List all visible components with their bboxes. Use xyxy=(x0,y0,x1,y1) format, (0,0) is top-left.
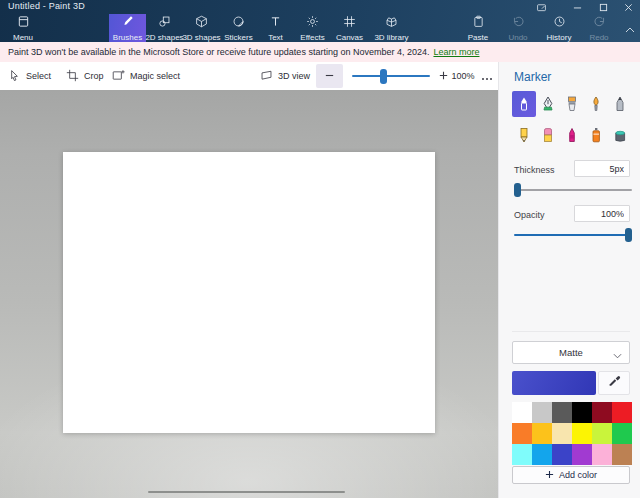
thickness-input[interactable] xyxy=(574,160,630,177)
tab-2d-shapes[interactable]: 2D shapes xyxy=(146,14,183,42)
zoom-slider-thumb[interactable] xyxy=(380,69,387,84)
horizontal-scrollbar[interactable] xyxy=(148,491,345,493)
add-color-button[interactable]: Add color xyxy=(512,466,630,484)
brush-icon xyxy=(121,14,134,32)
brush-grid xyxy=(512,91,632,148)
zoom-out-button[interactable] xyxy=(316,64,343,88)
magic-select-button[interactable]: Magic select xyxy=(112,62,180,90)
tab-label: Text xyxy=(268,33,283,42)
magic-select-icon xyxy=(112,69,125,84)
zoom-level[interactable]: 100% xyxy=(449,62,477,90)
palette-swatch[interactable] xyxy=(592,423,612,444)
brush-calligraphy-pen[interactable] xyxy=(536,91,560,117)
crayon-icon xyxy=(563,126,581,144)
paste-icon xyxy=(472,14,485,32)
pixel-pen-icon xyxy=(611,95,629,113)
color-picker-button[interactable] xyxy=(598,371,630,395)
tab-text[interactable]: Text xyxy=(257,14,294,42)
brush-oil-brush[interactable] xyxy=(560,91,584,117)
drawing-canvas[interactable] xyxy=(63,152,435,433)
brush-eraser[interactable] xyxy=(536,122,560,148)
notification-text: Paint 3D won't be available in the Micro… xyxy=(8,47,429,57)
select-label: Select xyxy=(26,71,51,81)
palette-swatch[interactable] xyxy=(572,423,592,444)
palette-swatch[interactable] xyxy=(532,423,552,444)
opacity-slider[interactable] xyxy=(514,228,632,242)
plus-icon xyxy=(438,67,449,85)
chevron-up-icon xyxy=(625,19,635,37)
brush-watercolour[interactable] xyxy=(584,91,608,117)
brush-fill[interactable] xyxy=(608,122,632,148)
undo-button: Undo xyxy=(498,14,538,42)
opacity-input[interactable] xyxy=(574,205,630,222)
palette-swatch[interactable] xyxy=(612,444,632,465)
more-options-button[interactable] xyxy=(477,62,497,90)
3d-view-button[interactable]: 3D view xyxy=(260,62,310,90)
palette-swatch[interactable] xyxy=(512,444,532,465)
toolbar: Select Crop Magic select 3D view xyxy=(0,62,498,90)
ellipsis-icon xyxy=(481,67,493,85)
zoom-slider[interactable] xyxy=(352,69,430,84)
select-button[interactable]: Select xyxy=(8,62,51,90)
palette-swatch[interactable] xyxy=(532,402,552,423)
close-button[interactable] xyxy=(616,0,640,14)
paste-button[interactable]: Paste xyxy=(458,14,498,42)
action-label: Redo xyxy=(589,33,608,42)
opacity-label: Opacity xyxy=(514,210,545,220)
brush-pixel-pen[interactable] xyxy=(608,91,632,117)
opacity-slider-thumb[interactable] xyxy=(625,228,632,242)
palette-swatch[interactable] xyxy=(512,402,532,423)
palette-swatch[interactable] xyxy=(532,444,552,465)
eraser-icon xyxy=(539,126,557,144)
effects-icon xyxy=(306,14,319,32)
zoom-slider-track[interactable] xyxy=(352,75,430,77)
tab-3d-shapes[interactable]: 3D shapes xyxy=(183,14,220,42)
tab-brushes[interactable]: Brushes xyxy=(109,14,146,42)
brush-spray-can[interactable] xyxy=(584,122,608,148)
paint3d-window: Untitled - Paint 3D Menu xyxy=(0,0,640,498)
minimize-button[interactable] xyxy=(566,0,588,14)
collapse-ribbon-button[interactable] xyxy=(620,14,640,42)
panel-divider xyxy=(512,331,630,332)
shapes-2d-icon xyxy=(158,14,171,32)
brush-crayon[interactable] xyxy=(560,122,584,148)
brush-pencil[interactable] xyxy=(512,122,536,148)
palette-swatch[interactable] xyxy=(572,444,592,465)
finish-dropdown[interactable]: Matte xyxy=(512,341,630,364)
tab-effects[interactable]: Effects xyxy=(294,14,331,42)
tab-canvas[interactable]: Canvas xyxy=(331,14,368,42)
palette-swatch[interactable] xyxy=(552,444,572,465)
history-button[interactable]: History xyxy=(538,14,580,42)
thickness-slider-track[interactable] xyxy=(514,189,632,191)
canvas-icon xyxy=(343,14,356,32)
notification-bar: Paint 3D won't be available in the Micro… xyxy=(0,42,640,62)
palette-swatch[interactable] xyxy=(572,402,592,423)
crop-icon xyxy=(66,69,79,84)
undo-icon xyxy=(512,14,525,32)
tab-stickers[interactable]: Stickers xyxy=(220,14,257,42)
palette-swatch[interactable] xyxy=(592,402,612,423)
finish-value: Matte xyxy=(559,347,583,358)
opacity-slider-track[interactable] xyxy=(514,234,632,236)
palette-swatch[interactable] xyxy=(612,402,632,423)
window-title: Untitled - Paint 3D xyxy=(8,1,85,11)
brush-marker[interactable] xyxy=(512,91,536,117)
menu-button[interactable]: Menu xyxy=(0,14,46,42)
thickness-slider[interactable] xyxy=(514,183,632,197)
tab-3d-library[interactable]: 3D library xyxy=(368,14,415,42)
learn-more-link[interactable]: Learn more xyxy=(433,47,479,57)
palette-swatch[interactable] xyxy=(552,402,572,423)
fill-bucket-icon xyxy=(611,126,629,144)
palette-swatch[interactable] xyxy=(512,423,532,444)
crop-button[interactable]: Crop xyxy=(66,62,104,90)
palette-swatch[interactable] xyxy=(552,423,572,444)
tab-label: Brushes xyxy=(113,33,142,42)
action-label: Undo xyxy=(508,33,527,42)
feedback-icon[interactable] xyxy=(528,0,554,14)
current-color-swatch[interactable] xyxy=(512,371,596,395)
add-color-label: Add color xyxy=(559,470,597,480)
palette-swatch[interactable] xyxy=(592,444,612,465)
thickness-slider-thumb[interactable] xyxy=(514,183,521,197)
maximize-button[interactable] xyxy=(592,0,614,14)
palette-swatch[interactable] xyxy=(612,423,632,444)
